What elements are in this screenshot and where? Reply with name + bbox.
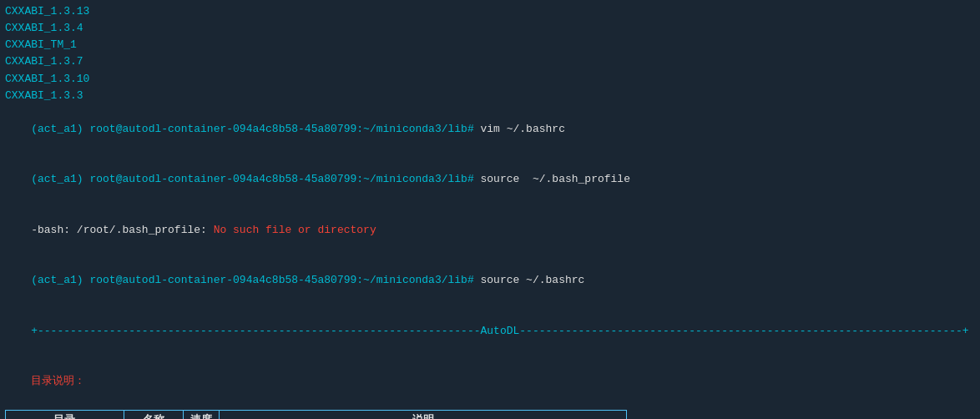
table-header-row: 目录 名称 速度 说明 bbox=[6, 411, 627, 419]
cxxabi-line-4: CXXABI_1.3.7 bbox=[5, 53, 975, 70]
bash-error-prefix: -bash: /root/.bash_profile: bbox=[31, 224, 213, 236]
cmd-3: source ~/.bashrc bbox=[481, 274, 585, 286]
prompt-line-2: (act_a1) root@autodl-container-094a4c8b5… bbox=[5, 154, 975, 204]
separator-text: +---------------------------------------… bbox=[31, 325, 968, 337]
directory-label: 目录说明： bbox=[5, 356, 975, 406]
cxxabi-line-6: CXXABI_1.3.3 bbox=[5, 88, 975, 104]
col-name: 名称 bbox=[124, 411, 184, 419]
prompt-prefix-1: (act_a1) root@autodl-container-094a4c8b5… bbox=[31, 123, 480, 135]
col-desc: 说明 bbox=[220, 411, 627, 419]
col-dir: 目录 bbox=[6, 411, 124, 419]
bash-error-msg: No such file or directory bbox=[214, 224, 376, 236]
cmd-2: source ~/.bash_profile bbox=[481, 173, 630, 185]
terminal: CXXABI_1.3.13 CXXABI_1.3.4 CXXABI_TM_1 C… bbox=[0, 0, 980, 419]
cxxabi-line-1: CXXABI_1.3.13 bbox=[5, 3, 975, 20]
col-speed: 速度 bbox=[184, 411, 220, 419]
directory-table: 目录 名称 速度 说明 / 系 统 盘 一般 实例关机数据不会丢失，可放代码等。… bbox=[5, 410, 627, 419]
separator-autodl: +---------------------------------------… bbox=[5, 306, 975, 356]
cxxabi-line-3: CXXABI_TM_1 bbox=[5, 37, 975, 53]
cmd-1: vim ~/.bashrc bbox=[481, 123, 565, 135]
bash-error-line: -bash: /root/.bash_profile: No such file… bbox=[5, 205, 975, 255]
prompt-line-3: (act_a1) root@autodl-container-094a4c8b5… bbox=[5, 255, 975, 305]
prompt-line-1: (act_a1) root@autodl-container-094a4c8b5… bbox=[5, 104, 975, 154]
prompt-prefix-2: (act_a1) root@autodl-container-094a4c8b5… bbox=[31, 173, 480, 185]
cxxabi-line-5: CXXABI_1.3.10 bbox=[5, 71, 975, 88]
cxxabi-line-2: CXXABI_1.3.4 bbox=[5, 20, 975, 37]
prompt-prefix-3: (act_a1) root@autodl-container-094a4c8b5… bbox=[31, 274, 480, 286]
dir-label-text: 目录说明： bbox=[31, 375, 85, 387]
